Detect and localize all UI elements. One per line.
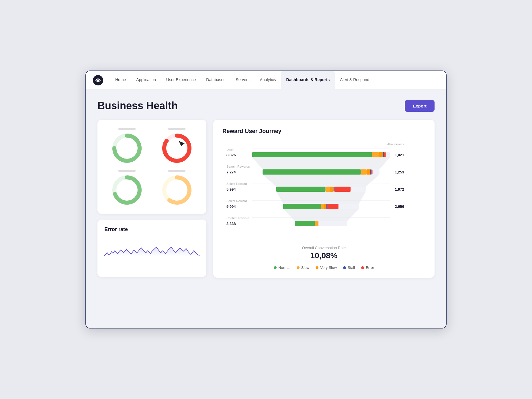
navbar: HomeApplicationUser ExperienceDatabasesS… <box>86 71 446 89</box>
svg-text:1,972: 1,972 <box>395 187 404 191</box>
svg-rect-63 <box>317 221 318 226</box>
donut-label-3 <box>168 170 185 172</box>
svg-text:1,021: 1,021 <box>395 153 404 157</box>
svg-rect-43 <box>335 187 351 192</box>
error-rate-card: Error rate <box>97 220 206 277</box>
nav-item-servers[interactable]: Servers <box>230 71 255 89</box>
svg-rect-20 <box>383 152 384 157</box>
legend-item-stall: Stall <box>343 265 355 270</box>
nav-item-analytics[interactable]: Analytics <box>255 71 281 89</box>
svg-rect-17 <box>252 152 372 157</box>
donut-ring-3 <box>161 174 193 206</box>
svg-marker-6 <box>179 141 185 146</box>
nav-item-dashboards--reports[interactable]: Dashboards & Reports <box>281 71 335 89</box>
nav-item-home[interactable]: Home <box>110 71 131 89</box>
svg-text:5,994: 5,994 <box>226 204 236 209</box>
legend-dot <box>316 266 318 269</box>
legend-item-slow: Slow <box>297 265 309 270</box>
app-logo <box>93 75 103 85</box>
legend-item-normal: Normal <box>274 265 290 270</box>
svg-text:3,338: 3,338 <box>226 222 236 226</box>
svg-rect-52 <box>324 204 326 209</box>
legend-label: Error <box>366 265 374 270</box>
main-content: Business Health Export Error rate <box>86 89 446 286</box>
svg-marker-22 <box>252 157 390 169</box>
svg-rect-39 <box>276 187 326 192</box>
donut-label-1 <box>168 128 185 130</box>
svg-text:Search Rewards: Search Rewards <box>226 165 250 168</box>
svg-rect-32 <box>371 169 372 175</box>
donut-item-2 <box>104 170 150 206</box>
page-header: Business Health Export <box>97 100 435 112</box>
svg-text:Confirm Reward: Confirm Reward <box>226 216 249 220</box>
overall-rate: Overall Conversation Rate 10,08% <box>222 246 425 260</box>
error-rate-title: Error rate <box>104 226 200 232</box>
journey-title: Reward User Journey <box>222 128 425 134</box>
donut-label-0 <box>118 128 136 130</box>
svg-rect-54 <box>327 204 339 209</box>
svg-marker-33 <box>263 175 380 187</box>
svg-text:5,994: 5,994 <box>226 187 236 191</box>
svg-point-5 <box>164 136 189 161</box>
svg-rect-40 <box>326 187 330 192</box>
donut-item-1 <box>154 128 200 164</box>
svg-rect-50 <box>283 204 321 209</box>
svg-text:1,253: 1,253 <box>395 170 404 174</box>
nav-item-alert--respond[interactable]: Alert & Respond <box>335 71 374 89</box>
svg-marker-44 <box>276 192 366 204</box>
svg-rect-30 <box>367 169 370 175</box>
nav-item-application[interactable]: Application <box>131 71 161 89</box>
nav-item-user-experience[interactable]: User Experience <box>161 71 201 89</box>
page-title: Business Health <box>97 100 178 112</box>
svg-rect-19 <box>379 152 383 157</box>
donut-item-0 <box>104 128 150 164</box>
svg-rect-42 <box>334 187 335 192</box>
svg-rect-53 <box>326 204 327 209</box>
funnel-svg: AbandonersLogin8,8261,021Search Rewards7… <box>222 141 425 239</box>
donut-item-3 <box>154 170 200 206</box>
svg-text:Select Reward: Select Reward <box>226 199 247 203</box>
left-column: Error rate <box>97 120 206 277</box>
donut-label-2 <box>118 170 136 172</box>
app-window: HomeApplicationUser ExperienceDatabasesS… <box>85 71 447 328</box>
cards-row: Error rate <box>97 120 435 278</box>
svg-rect-51 <box>321 204 324 209</box>
legend-dot <box>343 266 346 269</box>
svg-rect-18 <box>372 152 379 157</box>
legend-dot <box>361 266 364 269</box>
nav-item-databases[interactable]: Databases <box>201 71 230 89</box>
funnel-chart: AbandonersLogin8,8261,021Search Rewards7… <box>222 141 425 240</box>
export-button[interactable]: Export <box>405 100 435 112</box>
sparkline <box>104 237 200 266</box>
legend-item-very-slow: Very Slow <box>316 265 337 270</box>
svg-rect-41 <box>330 187 333 192</box>
svg-rect-29 <box>361 169 367 175</box>
svg-rect-61 <box>295 221 315 226</box>
svg-text:8,826: 8,826 <box>226 153 236 157</box>
nav-items: HomeApplicationUser ExperienceDatabasesS… <box>110 71 439 89</box>
journey-card: Reward User Journey AbandonersLogin8,826… <box>213 120 435 278</box>
svg-marker-55 <box>283 209 359 221</box>
svg-text:Login: Login <box>226 148 234 151</box>
legend-dot <box>274 266 277 269</box>
legend: NormalSlowVery SlowStallError <box>222 265 425 270</box>
donut-card <box>97 120 206 214</box>
svg-text:2,656: 2,656 <box>395 204 404 209</box>
legend-item-error: Error <box>361 265 374 270</box>
svg-rect-28 <box>263 169 361 175</box>
legend-label: Slow <box>301 265 309 270</box>
svg-rect-31 <box>370 169 371 175</box>
svg-text:7,274: 7,274 <box>226 170 236 174</box>
donut-ring-1 <box>161 132 193 164</box>
legend-label: Stall <box>348 265 355 270</box>
svg-rect-62 <box>315 221 317 226</box>
donut-ring-0 <box>111 132 143 164</box>
overall-rate-value: 10,08% <box>222 251 425 260</box>
svg-rect-21 <box>384 152 386 157</box>
legend-dot <box>297 266 300 269</box>
svg-text:Abandoners: Abandoners <box>387 142 404 146</box>
overall-rate-label: Overall Conversation Rate <box>222 246 425 250</box>
svg-text:Select Reward: Select Reward <box>226 182 247 185</box>
legend-label: Very Slow <box>320 265 337 270</box>
donut-ring-2 <box>111 174 143 206</box>
